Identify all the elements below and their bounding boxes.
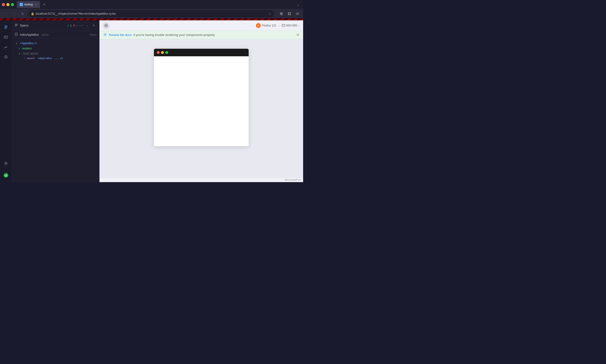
- sidebar-item-settings[interactable]: [2, 159, 10, 168]
- cypress-logo-icon[interactable]: cy: [2, 171, 10, 179]
- spec-section-item[interactable]: ∨ TEST BODY: [12, 51, 99, 56]
- component-preview: [154, 49, 249, 146]
- svg-rect-24: [282, 24, 285, 27]
- preview-content: [99, 39, 303, 177]
- svg-rect-6: [296, 14, 299, 15]
- window-minimize-button[interactable]: [6, 3, 10, 6]
- tab-close-button[interactable]: ✕: [35, 3, 37, 6]
- sidebar-item-runs[interactable]: [2, 33, 10, 41]
- browser-label: Firefox 121 ⌄: [256, 23, 280, 28]
- fail-badge: ✕ –: [73, 24, 78, 27]
- spec-chevron-down-button[interactable]: ⌄: [84, 23, 90, 28]
- browser-frame: testing ✕ + ⌄ ← → ↻ 🔒 localhost:5173/__/…: [0, 0, 303, 182]
- window-close-button[interactable]: [2, 3, 5, 6]
- preview-toolbar: Firefox 121 ⌄ 500×500 ⌄: [99, 20, 303, 31]
- spec-file-row[interactable]: indexAppleBox .cy.tsx 59ms: [12, 31, 99, 39]
- spec-header: Specs ✓ 1 ✕ – ○ – ⌄ ↻: [12, 20, 99, 31]
- spec-code-line: 1 mount <AppleBox ... />: [12, 56, 99, 61]
- component-titlebar: [154, 49, 249, 56]
- svg-rect-2: [288, 14, 289, 15]
- icon-sidebar: cy: [0, 20, 12, 182]
- svg-rect-18: [15, 26, 17, 26]
- svg-rect-5: [296, 13, 299, 14]
- svg-rect-0: [288, 12, 289, 13]
- security-stripe: [0, 18, 303, 20]
- browser-tab[interactable]: testing ✕: [17, 1, 40, 8]
- suite-label: <AppleBox />: [20, 42, 37, 45]
- security-icon: 🔒: [31, 12, 34, 15]
- address-bar-text: localhost:5173/__/#/specs/runner?file=sr…: [36, 12, 267, 15]
- svg-rect-1: [290, 12, 291, 13]
- fail-count: –: [76, 24, 78, 27]
- preview-home-button[interactable]: [102, 22, 110, 29]
- hamburger-menu-button[interactable]: [294, 10, 301, 17]
- tab-bar: testing ✕ + ⌄: [17, 1, 301, 8]
- main-content: cy Specs ✓ 1: [0, 20, 303, 182]
- svg-rect-10: [4, 36, 8, 38]
- extensions-button[interactable]: [286, 10, 293, 17]
- viewport-size: 500×500: [286, 24, 297, 27]
- tab-overflow-button[interactable]: ⌄: [295, 1, 301, 8]
- spec-file-time: 59ms: [90, 33, 96, 36]
- pass-icon: ✓: [67, 24, 69, 27]
- line-number: 1: [21, 57, 25, 60]
- svg-rect-9: [4, 28, 6, 29]
- notice-info-icon: [103, 33, 107, 37]
- pending-count: –: [82, 24, 83, 27]
- viewport-dropdown-button[interactable]: ⌄: [298, 24, 300, 27]
- svg-point-12: [5, 56, 6, 57]
- spec-header-icon: [15, 23, 18, 27]
- bookmark-button[interactable]: ☆: [268, 12, 271, 16]
- pending-icon: ○: [79, 24, 81, 27]
- line-code: mount <AppleBox ... />: [27, 57, 63, 60]
- pass-badge: ✓ 1: [67, 24, 72, 27]
- section-caret-icon: ∨: [18, 52, 21, 55]
- svg-rect-7: [4, 26, 7, 26]
- notice-bar: Review the docs if you're having trouble…: [99, 31, 303, 39]
- titlebar-red-dot: [157, 51, 160, 54]
- spec-suite-item[interactable]: ∨ <AppleBox />: [12, 41, 99, 46]
- notice-docs-link[interactable]: Review the docs: [109, 33, 131, 37]
- spec-header-title: Specs: [20, 24, 65, 27]
- title-bar: testing ✕ + ⌄: [0, 0, 303, 9]
- firefox-shield-button[interactable]: [278, 10, 285, 17]
- sidebar-item-specs[interactable]: [2, 23, 10, 31]
- spec-panel: Specs ✓ 1 ✕ – ○ – ⌄ ↻: [12, 20, 99, 182]
- new-tab-button[interactable]: +: [41, 1, 47, 8]
- component-body: [154, 56, 249, 146]
- fail-icon: ✕: [73, 24, 75, 27]
- browser-controls-bar: ← → ↻ 🔒 localhost:5173/__/#/specs/runner…: [0, 9, 303, 18]
- test-check-icon: ✓: [18, 47, 21, 50]
- back-button[interactable]: ←: [2, 10, 9, 17]
- spec-refresh-button[interactable]: ↻: [91, 23, 96, 28]
- refresh-button[interactable]: ↻: [19, 10, 26, 17]
- forward-button[interactable]: →: [11, 10, 17, 17]
- notice-message: if you're having trouble rendering your …: [133, 33, 215, 37]
- window-controls: [2, 3, 14, 6]
- window-maximize-button[interactable]: [11, 3, 14, 6]
- titlebar-yellow-dot: [161, 51, 164, 54]
- svg-rect-4: [296, 13, 299, 13]
- titlebar-green-dot: [165, 51, 168, 54]
- spec-tree: ∨ <AppleBox /> ✓ renders ∨ TEST BODY 1 m…: [12, 39, 99, 63]
- address-bar[interactable]: 🔒 localhost:5173/__/#/specs/runner?file=…: [28, 10, 274, 17]
- spec-file-ext: .cy.tsx: [41, 33, 49, 36]
- pass-count: 1: [70, 24, 72, 27]
- sidebar-item-plugins[interactable]: [2, 53, 10, 61]
- sidebar-item-analytics[interactable]: [2, 43, 10, 51]
- spec-header-controls: ✓ 1 ✕ – ○ – ⌄ ↻: [67, 23, 96, 28]
- svg-rect-3: [290, 14, 291, 15]
- svg-point-13: [5, 163, 6, 164]
- spec-test-item[interactable]: ✓ renders: [12, 46, 99, 51]
- browser-dropdown-button[interactable]: ⌄: [278, 24, 280, 27]
- svg-text:cy: cy: [4, 174, 7, 177]
- spec-file-name: indexAppleBox: [20, 33, 39, 36]
- svg-rect-17: [15, 25, 18, 25]
- preview-panel: Firefox 121 ⌄ 500×500 ⌄: [99, 20, 303, 182]
- suite-caret-icon: ∨: [16, 42, 18, 45]
- svg-rect-16: [15, 24, 18, 24]
- notice-close-button[interactable]: ✕: [296, 33, 299, 37]
- browser-right-controls: [278, 10, 301, 17]
- viewport-label[interactable]: 500×500 ⌄: [282, 24, 300, 27]
- tab-title: testing: [24, 3, 33, 6]
